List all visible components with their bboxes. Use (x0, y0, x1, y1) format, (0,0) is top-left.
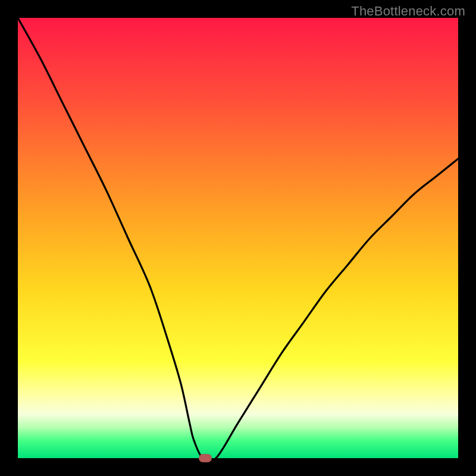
optimal-point-marker (199, 454, 212, 462)
bottleneck-curve (18, 18, 458, 458)
watermark-text: TheBottleneck.com (351, 4, 465, 19)
chart-container: TheBottleneck.com (0, 0, 476, 476)
plot-area (18, 18, 458, 458)
